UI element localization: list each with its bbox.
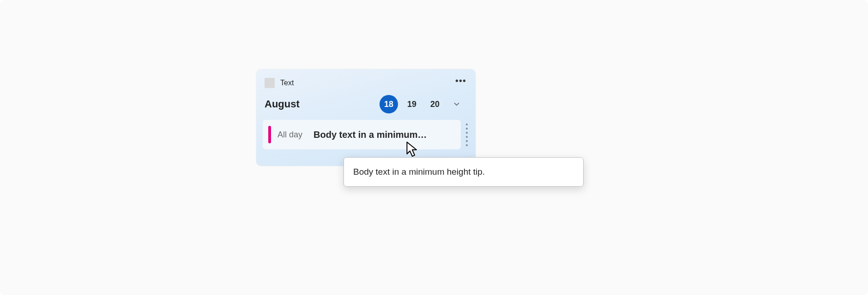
drag-dot-icon	[466, 124, 468, 125]
date-option[interactable]: 18	[380, 95, 398, 113]
more-options-button[interactable]: •••	[454, 77, 467, 89]
date-option[interactable]: 20	[426, 95, 444, 113]
month-label: August	[265, 98, 300, 110]
month-row: August 18 19 20	[262, 94, 470, 120]
app-icon-placeholder	[265, 78, 275, 88]
tooltip-text: Body text in a minimum height tip.	[353, 167, 485, 177]
event-category-color	[268, 126, 271, 143]
event-time-label: All day	[277, 130, 302, 140]
calendar-widget: Text ••• August 18 19 20 All day Body te…	[256, 69, 476, 166]
chevron-down-icon	[452, 100, 461, 108]
widget-title: Text	[280, 79, 294, 87]
example-stage: Text ••• August 18 19 20 All day Body te…	[0, 0, 868, 295]
date-option[interactable]: 19	[403, 95, 421, 113]
cursor-pointer-icon	[406, 142, 418, 158]
calendar-event[interactable]: All day Body text in a minimum…	[263, 120, 461, 149]
drag-dot-icon	[466, 144, 468, 146]
ellipsis-icon: •••	[455, 76, 466, 85]
event-drag-handle[interactable]	[464, 120, 470, 149]
drag-dot-icon	[466, 128, 468, 130]
event-area: All day Body text in a minimum…	[262, 120, 470, 149]
drag-dot-icon	[466, 132, 468, 134]
tooltip: Body text in a minimum height tip.	[344, 157, 584, 187]
date-strip: 18 19 20	[380, 95, 444, 113]
drag-dot-icon	[466, 136, 468, 138]
drag-dot-icon	[466, 140, 468, 142]
widget-header: Text •••	[262, 76, 470, 94]
expand-dates-button[interactable]	[449, 96, 464, 112]
event-title: Body text in a minimum…	[313, 130, 454, 140]
